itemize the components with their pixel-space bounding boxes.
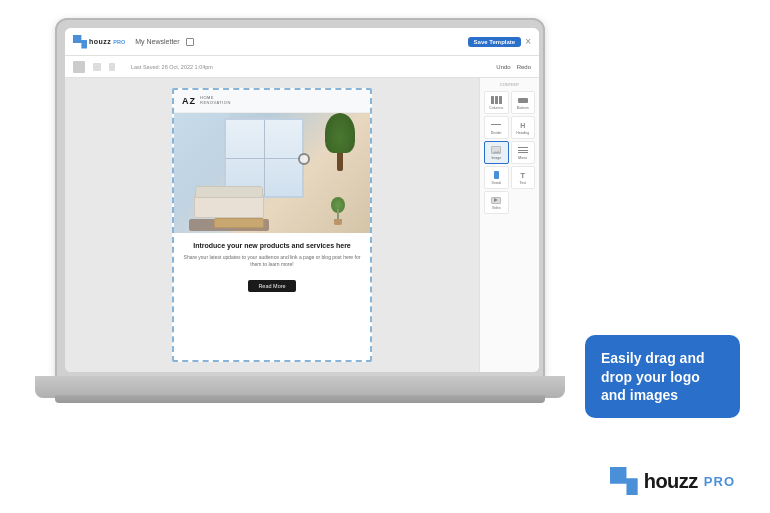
- laptop-mockup: houzz PRO My Newsletter Save Template ×: [55, 18, 555, 438]
- app-ui: houzz PRO My Newsletter Save Template ×: [65, 28, 539, 372]
- last-saved-text: Last Saved: 28 Oct, 2022 1:04pm: [131, 64, 213, 70]
- social-icon: [490, 170, 502, 180]
- sofa-back: [195, 186, 263, 198]
- hero-image[interactable]: [174, 113, 370, 233]
- houzz-logo-text: houzz: [89, 38, 111, 45]
- coffee-table: [214, 218, 264, 228]
- right-sidebar: Content: [479, 78, 539, 372]
- sidebar-item-social[interactable]: Social: [484, 166, 509, 189]
- save-template-button[interactable]: Save Template: [468, 37, 522, 47]
- sidebar-item-heading[interactable]: H Heading: [511, 116, 536, 139]
- sidebar-items-grid: Columns Buttons: [482, 91, 537, 214]
- heading-icon: H: [517, 120, 529, 130]
- email-headline: Introduce your new products and services…: [182, 241, 362, 250]
- menu-label: Menu: [518, 156, 527, 160]
- page-background: houzz PRO My Newsletter Save Template ×: [0, 0, 770, 513]
- monitor-icon[interactable]: [73, 61, 85, 73]
- email-logo-text: AZ: [182, 96, 196, 106]
- video-icon: [490, 195, 502, 205]
- sidebar-section-label: Content: [482, 82, 537, 87]
- houzz-brand-icon: [610, 467, 638, 495]
- pro-badge: PRO: [113, 39, 125, 45]
- image-label: Image: [491, 156, 501, 160]
- laptop-bezel: houzz PRO My Newsletter Save Template ×: [55, 18, 545, 378]
- divider-icon: [490, 120, 502, 130]
- heading-label: Heading: [516, 131, 529, 135]
- social-label: Social: [491, 181, 501, 185]
- bottom-branding: houzz PRO: [610, 467, 735, 495]
- image-icon: [490, 145, 502, 155]
- tablet-icon[interactable]: [93, 63, 101, 71]
- email-body: Introduce your new products and services…: [174, 233, 370, 300]
- text-label: Text: [520, 181, 526, 185]
- mobile-icon[interactable]: [109, 63, 115, 71]
- houzz-logo: houzz PRO: [73, 35, 125, 49]
- menu-icon: [517, 145, 529, 155]
- sidebar-item-buttons[interactable]: Buttons: [511, 91, 536, 114]
- houzz-icon: [73, 35, 87, 49]
- tree-trunk: [337, 153, 343, 171]
- houzz-brand-logo-text: houzz: [644, 470, 698, 493]
- callout-text: Easily drag and drop your logo and image…: [601, 350, 704, 402]
- video-label: Video: [492, 206, 501, 210]
- columns-label: Columns: [489, 106, 503, 110]
- button-icon: [517, 95, 529, 105]
- laptop-base-bottom: [55, 395, 545, 403]
- sidebar-item-columns[interactable]: Columns: [484, 91, 509, 114]
- close-button[interactable]: ×: [525, 36, 531, 47]
- cursor-pointer: [298, 153, 310, 165]
- laptop-screen: houzz PRO My Newsletter Save Template ×: [65, 28, 539, 372]
- email-content: AZ HOME RENOVATION: [172, 88, 372, 362]
- email-cta-button[interactable]: Read More: [248, 280, 295, 292]
- toolbar-row: Last Saved: 28 Oct, 2022 1:04pm Undo Red…: [65, 56, 539, 78]
- columns-icon: [490, 95, 502, 105]
- hero-bg: [174, 113, 370, 233]
- email-canvas[interactable]: AZ HOME RENOVATION: [65, 78, 479, 372]
- sidebar-item-image[interactable]: Image: [484, 141, 509, 164]
- window-cross-v: [264, 120, 265, 196]
- redo-button[interactable]: Redo: [517, 64, 531, 70]
- tree-foliage: [325, 113, 355, 153]
- interior-scene: [174, 113, 370, 233]
- plant: [331, 197, 345, 225]
- divider-label: Divider: [491, 131, 502, 135]
- sofa: [194, 193, 264, 218]
- pro-brand-badge: PRO: [704, 474, 735, 489]
- callout-bubble: Easily drag and drop your logo and image…: [585, 335, 740, 418]
- top-bar-right: Save Template ×: [468, 36, 531, 47]
- email-logo-subtitle: HOME RENOVATION: [200, 96, 231, 106]
- newsletter-title: My Newsletter: [135, 38, 179, 45]
- main-area: AZ HOME RENOVATION: [65, 78, 539, 372]
- sidebar-item-text[interactable]: T Text: [511, 166, 536, 189]
- text-icon: T: [517, 170, 529, 180]
- undo-redo-controls: Undo Redo: [496, 64, 531, 70]
- plant-pot: [334, 219, 342, 225]
- email-subtext: Share your latest updates to your audien…: [182, 254, 362, 268]
- undo-button[interactable]: Undo: [496, 64, 510, 70]
- buttons-label: Buttons: [517, 106, 529, 110]
- sidebar-item-video[interactable]: Video: [484, 191, 509, 214]
- sidebar-item-menu[interactable]: Menu: [511, 141, 536, 164]
- email-header: AZ HOME RENOVATION: [174, 90, 370, 113]
- top-bar: houzz PRO My Newsletter Save Template ×: [65, 28, 539, 56]
- pencil-icon[interactable]: [186, 38, 194, 46]
- sidebar-item-divider[interactable]: Divider: [484, 116, 509, 139]
- scene-tree: [325, 113, 355, 168]
